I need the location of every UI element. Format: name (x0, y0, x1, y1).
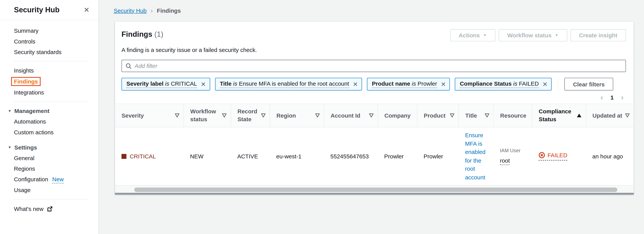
sidebar: Security Hub ✕ Summary Controls Security… (0, 0, 99, 234)
sidebar-item-summary[interactable]: Summary (0, 25, 98, 36)
sidebar-item-whats-new[interactable]: What's new (0, 203, 98, 215)
chevron-down-icon: ▼ (8, 109, 12, 113)
filter-token-label: Product name is Prowler (372, 80, 437, 88)
sidebar-item-custom-actions[interactable]: Custom actions (0, 127, 98, 138)
column-header-resource[interactable]: Resource (493, 104, 532, 127)
sidebar-nav: Summary Controls Security standards Insi… (0, 20, 98, 215)
filter-value: Ensure MFA is enabled for the root accou… (239, 80, 349, 87)
filter-icon[interactable] (369, 113, 373, 117)
breadcrumb-link-security-hub[interactable]: Security Hub (114, 7, 147, 14)
column-header-record-state[interactable]: Record State (231, 104, 270, 127)
sidebar-section-management-label: Management (14, 108, 50, 114)
sidebar-section-settings-label: Settings (14, 144, 37, 151)
column-label: Product (424, 112, 446, 119)
column-header-account-id[interactable]: Account Id (324, 104, 378, 127)
filter-icon[interactable] (625, 113, 630, 117)
filter-token-title: Title is Ensure MFA is enabled for the r… (215, 78, 362, 91)
close-icon[interactable]: ✕ (84, 6, 89, 13)
page-title-text: Findings (122, 30, 152, 38)
chevron-down-icon: ▼ (8, 145, 12, 149)
remove-filter-icon[interactable]: ✕ (353, 81, 358, 87)
cell-region: eu-west-1 (270, 127, 324, 185)
sidebar-item-insights[interactable]: Insights (0, 65, 98, 76)
actions-button[interactable]: Actions ▼ (450, 29, 496, 41)
sidebar-divider (14, 61, 88, 61)
remove-filter-icon[interactable]: ✕ (542, 81, 548, 87)
external-link-icon (47, 206, 52, 212)
sidebar-item-integrations[interactable]: Integrations (0, 87, 98, 98)
filter-op: is (233, 80, 237, 87)
filter-icon[interactable] (484, 113, 489, 117)
column-label: Resource (500, 112, 526, 119)
sidebar-item-automations[interactable]: Automations (0, 116, 98, 127)
filter-token-compliance-status: Compliance Status is FAILED ✕ (455, 78, 552, 91)
failed-circle-x-icon (538, 152, 545, 158)
workflow-status-button[interactable]: Workflow status ▼ (499, 29, 567, 41)
filter-bar-divider (558, 78, 558, 91)
column-label: Record State (238, 108, 259, 123)
create-insight-button[interactable]: Create insight (570, 29, 626, 41)
column-label: Account Id (331, 112, 360, 119)
sidebar-item-usage[interactable]: Usage (0, 185, 98, 195)
severity-critical-icon (122, 154, 126, 159)
filter-icon[interactable] (315, 113, 320, 117)
column-header-region[interactable]: Region (270, 104, 324, 127)
page-number[interactable]: 1 (610, 94, 614, 101)
column-header-workflow-status[interactable]: Workflow status (184, 104, 231, 127)
sidebar-item-regions[interactable]: Regions (0, 163, 98, 174)
filter-key: Title (220, 80, 232, 87)
sidebar-item-general[interactable]: General (0, 153, 98, 163)
cell-workflow-status: NEW (184, 127, 231, 185)
filter-key: Compliance Status (460, 80, 512, 87)
filter-icon[interactable] (261, 113, 265, 117)
resource-type: IAM User (500, 148, 528, 153)
finding-title-link[interactable]: Ensure MFA is enabled for the root accou… (465, 131, 489, 181)
cell-account-id: 552455647653 (324, 127, 378, 185)
column-header-product[interactable]: Product (417, 104, 458, 127)
sidebar-item-configuration[interactable]: ConfigurationNew (0, 174, 98, 185)
breadcrumb-separator-icon: › (151, 7, 153, 14)
sidebar-section-settings[interactable]: ▼ Settings (0, 142, 98, 153)
workflow-status-button-label: Workflow status (507, 32, 552, 38)
horizontal-scrollbar[interactable] (115, 186, 634, 195)
clear-filters-button[interactable]: Clear filters (564, 78, 613, 91)
sidebar-section-management[interactable]: ▼ Management (0, 106, 98, 116)
filter-token-severity: Severity label is CRITICAL ✕ (122, 78, 210, 91)
filter-token-product-name: Product name is Prowler ✕ (367, 78, 450, 91)
remove-filter-icon[interactable]: ✕ (201, 81, 206, 87)
sort-ascending-icon[interactable] (576, 113, 582, 117)
scrollbar-thumb[interactable] (134, 187, 618, 192)
column-header-compliance-status[interactable]: Compliance Status (532, 104, 586, 127)
column-header-updated-at[interactable]: Updated at (586, 104, 634, 127)
table-header-row: Severity Workflow status Record State Re… (115, 104, 634, 127)
page-title: Findings (1) (122, 29, 164, 39)
sidebar-item-configuration-label: Configuration (14, 176, 48, 183)
column-header-title[interactable]: Title (458, 104, 493, 127)
findings-card: Findings (1) Actions ▼ Workflow status ▼… (115, 22, 634, 195)
filter-icon[interactable] (450, 113, 454, 117)
filter-token-bar: Severity label is CRITICAL ✕ Title is En… (122, 78, 626, 91)
column-header-severity[interactable]: Severity (115, 104, 184, 127)
next-page-icon[interactable]: › (621, 94, 624, 101)
cell-updated-at: an hour ago (586, 127, 634, 185)
filter-key: Product name (372, 80, 410, 87)
sidebar-item-security-standards[interactable]: Security standards (0, 47, 98, 57)
filter-token-label: Severity label is CRITICAL (126, 80, 197, 88)
column-label: Region (276, 112, 296, 119)
filter-icon[interactable] (174, 113, 179, 117)
remove-filter-icon[interactable]: ✕ (441, 81, 446, 87)
column-header-company[interactable]: Company (378, 104, 417, 127)
previous-page-icon[interactable]: ‹ (600, 94, 603, 101)
cell-compliance-status: FAILED (532, 127, 586, 185)
cell-resource: IAM User root (493, 127, 532, 185)
sidebar-item-findings[interactable]: Findings (0, 76, 98, 87)
new-badge[interactable]: New (52, 176, 64, 183)
search-icon (126, 63, 132, 69)
filter-key: Severity label (126, 80, 164, 87)
column-label: Compliance Status (539, 108, 575, 123)
add-filter-input[interactable] (135, 63, 622, 69)
column-label: Severity (122, 112, 144, 119)
filter-icon[interactable] (222, 113, 226, 117)
findings-highlight-box[interactable]: Findings (11, 77, 41, 86)
sidebar-item-controls[interactable]: Controls (0, 36, 98, 47)
